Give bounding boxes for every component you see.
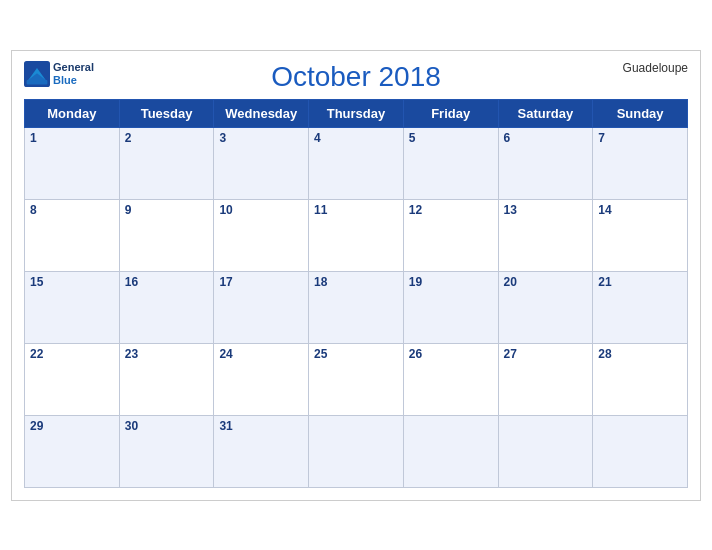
calendar-day-cell: 12	[403, 199, 498, 271]
date-number: 21	[598, 275, 682, 289]
calendar-day-cell	[403, 415, 498, 487]
date-number: 9	[125, 203, 209, 217]
calendar-week-row: 22232425262728	[25, 343, 688, 415]
date-number: 1	[30, 131, 114, 145]
date-number: 30	[125, 419, 209, 433]
calendar-day-cell: 31	[214, 415, 309, 487]
date-number: 27	[504, 347, 588, 361]
calendar-day-cell: 13	[498, 199, 593, 271]
calendar-week-row: 15161718192021	[25, 271, 688, 343]
calendar-day-cell: 3	[214, 127, 309, 199]
calendar-day-cell: 19	[403, 271, 498, 343]
calendar-day-cell: 21	[593, 271, 688, 343]
calendar-day-cell: 7	[593, 127, 688, 199]
calendar-day-cell: 28	[593, 343, 688, 415]
date-number: 15	[30, 275, 114, 289]
logo-icon	[24, 61, 50, 87]
date-number: 19	[409, 275, 493, 289]
calendar-week-row: 1234567	[25, 127, 688, 199]
calendar-day-cell	[593, 415, 688, 487]
logo-text: General Blue	[53, 61, 94, 87]
col-tuesday: Tuesday	[119, 99, 214, 127]
calendar-week-row: 891011121314	[25, 199, 688, 271]
date-number: 22	[30, 347, 114, 361]
date-number: 18	[314, 275, 398, 289]
calendar-day-cell	[498, 415, 593, 487]
date-number: 4	[314, 131, 398, 145]
date-number: 11	[314, 203, 398, 217]
date-number: 20	[504, 275, 588, 289]
date-number: 3	[219, 131, 303, 145]
date-number: 24	[219, 347, 303, 361]
calendar-day-cell: 8	[25, 199, 120, 271]
logo: General Blue	[24, 61, 94, 87]
svg-rect-3	[27, 80, 48, 84]
calendar-day-cell: 27	[498, 343, 593, 415]
calendar-day-cell: 23	[119, 343, 214, 415]
calendar-day-cell: 16	[119, 271, 214, 343]
country-label: Guadeloupe	[623, 61, 688, 75]
date-number: 25	[314, 347, 398, 361]
calendar-day-cell: 26	[403, 343, 498, 415]
calendar-day-cell: 14	[593, 199, 688, 271]
calendar-day-cell: 25	[309, 343, 404, 415]
date-number: 29	[30, 419, 114, 433]
calendar-header: General Blue October 2018 Guadeloupe	[24, 61, 688, 93]
calendar-day-cell: 20	[498, 271, 593, 343]
calendar-table: Monday Tuesday Wednesday Thursday Friday…	[24, 99, 688, 488]
date-number: 23	[125, 347, 209, 361]
month-title: October 2018	[271, 61, 441, 93]
calendar-day-cell: 11	[309, 199, 404, 271]
date-number: 31	[219, 419, 303, 433]
date-number: 12	[409, 203, 493, 217]
calendar-day-cell: 24	[214, 343, 309, 415]
date-number: 5	[409, 131, 493, 145]
calendar-day-cell: 10	[214, 199, 309, 271]
calendar-day-cell	[309, 415, 404, 487]
date-number: 13	[504, 203, 588, 217]
date-number: 26	[409, 347, 493, 361]
date-number: 2	[125, 131, 209, 145]
calendar-day-cell: 4	[309, 127, 404, 199]
calendar-day-cell: 29	[25, 415, 120, 487]
date-number: 6	[504, 131, 588, 145]
day-header-row: Monday Tuesday Wednesday Thursday Friday…	[25, 99, 688, 127]
calendar-day-cell: 2	[119, 127, 214, 199]
date-number: 16	[125, 275, 209, 289]
calendar-day-cell: 30	[119, 415, 214, 487]
calendar-day-cell: 17	[214, 271, 309, 343]
date-number: 17	[219, 275, 303, 289]
calendar-day-cell: 9	[119, 199, 214, 271]
date-number: 10	[219, 203, 303, 217]
col-monday: Monday	[25, 99, 120, 127]
col-sunday: Sunday	[593, 99, 688, 127]
col-thursday: Thursday	[309, 99, 404, 127]
col-wednesday: Wednesday	[214, 99, 309, 127]
date-number: 14	[598, 203, 682, 217]
calendar-day-cell: 5	[403, 127, 498, 199]
calendar-day-cell: 18	[309, 271, 404, 343]
date-number: 28	[598, 347, 682, 361]
date-number: 7	[598, 131, 682, 145]
calendar-week-row: 293031	[25, 415, 688, 487]
calendar: General Blue October 2018 Guadeloupe Mon…	[11, 50, 701, 501]
calendar-day-cell: 1	[25, 127, 120, 199]
calendar-day-cell: 15	[25, 271, 120, 343]
col-friday: Friday	[403, 99, 498, 127]
col-saturday: Saturday	[498, 99, 593, 127]
calendar-body: 1234567891011121314151617181920212223242…	[25, 127, 688, 487]
calendar-day-cell: 22	[25, 343, 120, 415]
date-number: 8	[30, 203, 114, 217]
calendar-day-cell: 6	[498, 127, 593, 199]
